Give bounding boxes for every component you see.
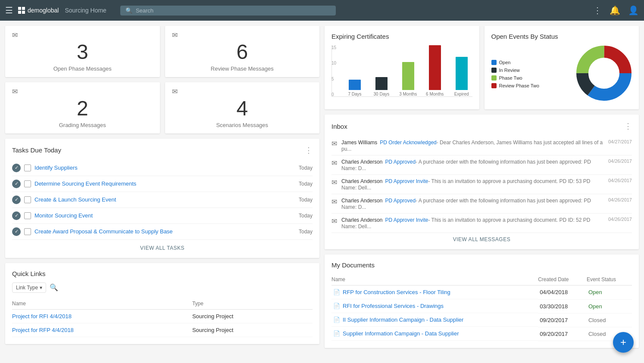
tasks-title: Tasks Due Today [12, 146, 61, 154]
doc-file-icon: 📄 [333, 316, 340, 323]
inbox-mail-icon: ✉ [331, 198, 337, 206]
inbox-item: ✉Charles AndersonPD Approver Invite- Thi… [331, 214, 632, 233]
inbox-card: Inbox ⋮ ✉James WilliamsPD Order Acknowle… [325, 115, 639, 249]
bar-group: 7 Days [344, 45, 366, 96]
legend-label: In Review [499, 68, 520, 73]
doc-link[interactable]: II Supplier Information Campaign - Data … [343, 316, 463, 323]
y-label-0: 0 [331, 92, 336, 97]
table-row: 📄 Supplier Information Campaign - Data S… [331, 327, 632, 341]
app-title: Sourcing Home [65, 7, 106, 14]
mail-icon-3: ✉ [12, 87, 153, 96]
quick-links-filter-row: Link Type ▾ 🔍 [12, 282, 313, 293]
task-name[interactable]: Monitor Sourcing Event [34, 212, 295, 219]
task-date: Today [299, 181, 313, 187]
ql-link[interactable]: Project for RFI 4/4/2018 [12, 313, 72, 320]
link-type-filter[interactable]: Link Type ▾ [12, 282, 46, 293]
quick-links-header: Quick Links [12, 270, 313, 277]
task-complete-icon[interactable]: ✓ [12, 180, 21, 188]
bar [375, 77, 388, 90]
svg-point-4 [591, 60, 617, 86]
right-column: Expiring Certificates 15 10 5 0 7 Days30… [325, 26, 639, 348]
inbox-menu-icon[interactable]: ⋮ [624, 121, 632, 131]
task-complete-icon[interactable]: ✓ [12, 227, 21, 236]
tasks-menu-icon[interactable]: ⋮ [305, 146, 313, 155]
bar [349, 80, 361, 90]
task-name[interactable]: Create & Launch Sourcing Event [34, 196, 295, 203]
open-phase-count: 3 [12, 41, 153, 64]
doc-name[interactable]: 📄 RFP for Construction Services - Floor … [331, 285, 538, 299]
message-cards-grid: ✉ 3 Open Phase Messages ✉ 6 Review Phase… [5, 26, 319, 133]
my-documents-card: My Documents Name Created Date Event Sta… [325, 254, 639, 348]
mail-icon: ✉ [12, 31, 153, 39]
bar-label: 6 Months [426, 92, 444, 96]
table-row: Project for RFP 4/4/2018 Sourcing Projec… [12, 323, 313, 337]
task-name[interactable]: Identify Suppliers [34, 164, 295, 171]
ql-name[interactable]: Project for RFI 4/4/2018 [12, 309, 192, 323]
legend-label: Open [499, 60, 511, 65]
ql-type: Sourcing Project [192, 323, 313, 337]
apps-icon[interactable]: ⋮ [593, 5, 602, 16]
task-checkbox[interactable] [24, 196, 31, 203]
inbox-subject[interactable]: PD Order Acknowledged [380, 140, 436, 146]
task-name[interactable]: Create Award Proposal & Communicate to S… [34, 228, 295, 235]
task-checkbox[interactable] [24, 228, 31, 235]
scenarios-messages-card[interactable]: ✉ 4 Scenarios Messages [165, 82, 320, 133]
doc-link[interactable]: RFI for Professional Services - Drawings [343, 303, 444, 309]
notifications-icon[interactable]: 🔔 [610, 5, 620, 16]
task-complete-icon[interactable]: ✓ [12, 211, 21, 220]
table-row: 📄 RFI for Professional Services - Drawin… [331, 299, 632, 313]
inbox-list: ✉James WilliamsPD Order Acknowledged- De… [331, 136, 632, 233]
view-all-messages-button[interactable]: VIEW ALL MESSAGES [331, 236, 632, 242]
ql-link[interactable]: Project for RFP 4/4/2018 [12, 327, 74, 333]
left-column: ✉ 3 Open Phase Messages ✉ 6 Review Phase… [5, 26, 319, 344]
doc-name[interactable]: 📄 II Supplier Information Campaign - Dat… [331, 313, 538, 327]
search-icon-sm[interactable]: 🔍 [50, 283, 58, 292]
grading-label: Grading Messages [12, 122, 153, 128]
inbox-item: ✉James WilliamsPD Order Acknowledged- De… [331, 136, 632, 155]
open-phase-messages-card[interactable]: ✉ 3 Open Phase Messages [5, 26, 160, 77]
bar [402, 62, 414, 90]
legend-label: Phase Two [499, 75, 522, 81]
task-complete-icon[interactable]: ✓ [12, 164, 21, 172]
bar [456, 57, 468, 90]
legend-item: Open [491, 60, 539, 65]
inbox-message-content: Charles AndersonPD Approved- A purchase … [341, 197, 604, 210]
ql-col-type: Type [192, 298, 313, 310]
task-checkbox[interactable] [24, 180, 31, 187]
grading-messages-card[interactable]: ✉ 2 Grading Messages [5, 82, 160, 133]
inbox-date: 04/27/2017 [608, 139, 632, 144]
inbox-subject[interactable]: PD Approver Invite [385, 178, 428, 184]
grading-count: 2 [12, 97, 153, 120]
task-name[interactable]: Determine Sourcing Event Requirements [34, 180, 295, 187]
doc-link[interactable]: RFP for Construction Services - Floor Ti… [343, 289, 450, 295]
menu-icon[interactable]: ☰ [5, 5, 13, 16]
account-icon[interactable]: 👤 [628, 5, 639, 16]
inbox-subject[interactable]: PD Approved [385, 198, 416, 204]
task-checkbox[interactable] [24, 164, 31, 171]
tasks-header: Tasks Due Today ⋮ [12, 146, 313, 155]
inbox-message-content: Charles AndersonPD Approved- A purchase … [341, 158, 604, 171]
doc-name[interactable]: 📄 RFI for Professional Services - Drawin… [331, 299, 538, 313]
right-icons: ⋮ 🔔 👤 [593, 5, 639, 16]
doc-name[interactable]: 📄 Supplier Information Campaign - Data S… [331, 327, 538, 341]
search-input[interactable] [136, 7, 331, 14]
review-phase-messages-card[interactable]: ✉ 6 Review Phase Messages [165, 26, 320, 77]
legend-item: Review Phase Two [491, 83, 539, 88]
task-complete-icon[interactable]: ✓ [12, 195, 21, 204]
inbox-subject[interactable]: PD Approver Invite [385, 217, 428, 223]
task-checkbox[interactable] [24, 212, 31, 219]
search-bar[interactable]: 🔍 [120, 6, 336, 16]
task-item: ✓Create Award Proposal & Communicate to … [12, 224, 313, 240]
doc-date: 04/04/2018 [538, 285, 587, 300]
ql-name[interactable]: Project for RFP 4/4/2018 [12, 323, 192, 337]
doc-link[interactable]: Supplier Information Campaign - Data Sup… [343, 330, 459, 337]
mail-icon-4: ✉ [172, 87, 313, 96]
task-item: ✓Monitor Sourcing EventToday [12, 208, 313, 224]
view-all-tasks-button[interactable]: VIEW ALL TASKS [12, 245, 313, 251]
inbox-mail-icon: ✉ [331, 217, 337, 225]
documents-table: Name Created Date Event Status 📄 RFP for… [331, 274, 632, 341]
fab-button[interactable]: + [613, 332, 634, 353]
docs-col-date: Created Date [538, 274, 587, 285]
inbox-subject[interactable]: PD Approved [385, 159, 416, 165]
y-label-15: 15 [331, 45, 336, 50]
